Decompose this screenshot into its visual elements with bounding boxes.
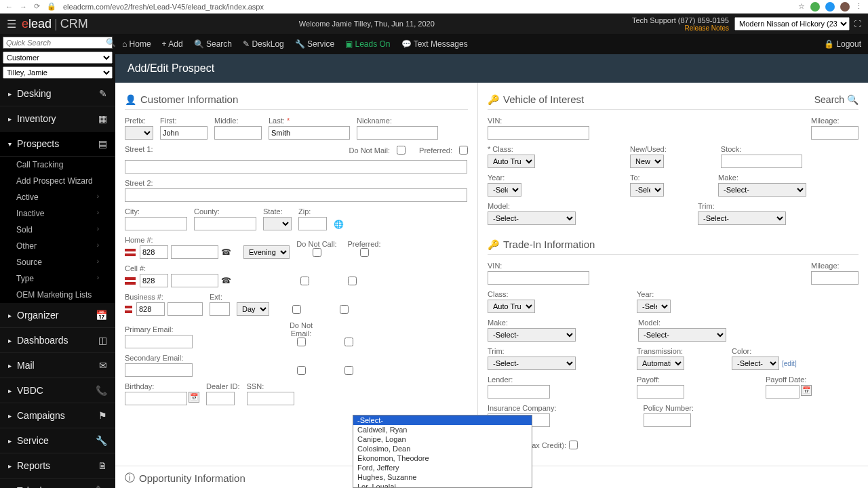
nav-prospects[interactable]: ▾Prospects▤ bbox=[0, 131, 115, 157]
payoff-input[interactable] bbox=[637, 385, 684, 399]
nav-desking[interactable]: ▸Desking✎ bbox=[0, 81, 115, 106]
menu-desklog[interactable]: ✎ DeskLog bbox=[243, 39, 284, 49]
pref-home[interactable] bbox=[360, 248, 369, 257]
policy-input[interactable] bbox=[644, 413, 691, 427]
pemail-input[interactable] bbox=[125, 335, 193, 348]
dd-opt[interactable]: Colosimo, Dean bbox=[353, 444, 532, 453]
edit-link[interactable]: [edit] bbox=[782, 360, 797, 367]
voi-vin[interactable] bbox=[488, 126, 589, 140]
nav-organizer[interactable]: ▸Organizer📅 bbox=[0, 303, 115, 328]
subnav-call-tracking[interactable]: Call Tracking bbox=[0, 157, 115, 173]
zip-input[interactable] bbox=[298, 217, 327, 230]
voi-newused[interactable]: New bbox=[630, 155, 664, 168]
hamburger-icon[interactable]: ☰ bbox=[7, 18, 16, 30]
calendar-icon[interactable]: 📅 bbox=[801, 385, 812, 396]
cell-num[interactable] bbox=[171, 274, 218, 287]
dd-opt[interactable]: Hughes, Suzanne bbox=[353, 472, 532, 482]
menu-home[interactable]: ⌂ Home bbox=[122, 39, 151, 49]
semail-input[interactable] bbox=[125, 363, 193, 377]
nav-dashboards[interactable]: ▸Dashboards◫ bbox=[0, 328, 115, 353]
home-num[interactable] bbox=[171, 245, 218, 259]
county-input[interactable] bbox=[194, 217, 256, 230]
dd-opt[interactable]: Lor, Loualai bbox=[353, 482, 532, 488]
lender-input[interactable] bbox=[488, 385, 550, 399]
city-input[interactable] bbox=[125, 217, 187, 230]
voi-class[interactable]: Auto Truck bbox=[488, 155, 535, 168]
leased-cb[interactable] bbox=[569, 441, 578, 449]
menu-add[interactable]: + Add bbox=[162, 39, 183, 49]
bday-input[interactable] bbox=[125, 392, 187, 405]
prefix-select[interactable] bbox=[125, 126, 153, 140]
pref-cell[interactable] bbox=[348, 277, 357, 285]
bus-area[interactable] bbox=[136, 302, 165, 316]
menu-service[interactable]: 🔧 Service bbox=[295, 39, 334, 49]
trade-class[interactable]: Auto Truck bbox=[488, 300, 535, 313]
trade-year[interactable]: -Select- bbox=[637, 300, 671, 313]
menu-leads[interactable]: ▣ Leads On bbox=[345, 39, 390, 49]
dnc-bus[interactable] bbox=[292, 305, 301, 314]
trade-trim[interactable]: -Select- bbox=[488, 357, 576, 370]
state-select[interactable] bbox=[263, 217, 292, 230]
dd-opt[interactable]: Ford, Jeffery bbox=[353, 463, 532, 472]
day-select[interactable]: Day bbox=[237, 302, 269, 316]
voi-search[interactable]: Search 🔍 bbox=[814, 94, 859, 105]
dne-s[interactable] bbox=[297, 366, 306, 375]
sidebar-customer-select[interactable]: Customer bbox=[3, 52, 113, 64]
more-icon[interactable]: ⋮ bbox=[855, 2, 863, 11]
phone-ico[interactable]: ☎ bbox=[221, 276, 231, 285]
subnav-inactive[interactable]: Inactive› bbox=[0, 205, 115, 222]
dealer-select[interactable]: Modern Nissan of Hickory (23116) bbox=[734, 17, 850, 30]
cell-area[interactable] bbox=[140, 274, 168, 287]
expand-icon[interactable]: ⛶ bbox=[854, 20, 861, 28]
star-icon[interactable]: ☆ bbox=[798, 2, 805, 11]
trade-color[interactable]: -Select- bbox=[732, 357, 779, 370]
nav-campaigns[interactable]: ▸Campaigns⚑ bbox=[0, 403, 115, 428]
dd-opt[interactable]: Ekonomon, Theodore bbox=[353, 453, 532, 463]
nick-input[interactable] bbox=[357, 126, 438, 140]
trade-vin[interactable] bbox=[488, 271, 589, 285]
forward-icon[interactable]: → bbox=[20, 3, 27, 11]
phone-ico[interactable]: ☎ bbox=[221, 247, 231, 257]
pref-pemail[interactable] bbox=[344, 338, 353, 346]
subnav-type[interactable]: Type› bbox=[0, 270, 115, 287]
salesperson-dropdown[interactable]: -Select- Caldwell, Ryan Canipe, Logan Co… bbox=[353, 415, 532, 488]
nav-service[interactable]: ▸Service🔧 bbox=[0, 428, 115, 453]
avatar[interactable] bbox=[840, 2, 850, 12]
pref-cb[interactable] bbox=[459, 146, 468, 155]
trade-model[interactable]: -Select- bbox=[638, 328, 726, 342]
dd-opt[interactable]: Caldwell, Ryan bbox=[353, 425, 532, 434]
voi-year[interactable]: -Select- bbox=[488, 183, 521, 197]
dne-p[interactable] bbox=[297, 338, 306, 346]
trade-trans[interactable]: Automatic bbox=[637, 357, 684, 370]
evening-select[interactable]: Evening bbox=[243, 245, 290, 259]
globe-icon[interactable]: 🌐 bbox=[334, 220, 344, 229]
menu-text[interactable]: 💬 Text Messages bbox=[401, 39, 468, 49]
menu-search[interactable]: 🔍 Search bbox=[194, 39, 232, 49]
dnc-home[interactable] bbox=[313, 248, 321, 257]
voi-mileage[interactable] bbox=[811, 126, 859, 140]
dealer-input[interactable] bbox=[206, 392, 235, 405]
nav-inventory[interactable]: ▸Inventory▦ bbox=[0, 106, 115, 131]
last-input[interactable] bbox=[269, 126, 350, 140]
subnav-oem[interactable]: OEM Marketing Lists bbox=[0, 287, 115, 303]
middle-input[interactable] bbox=[214, 126, 262, 140]
ext-icon-2[interactable] bbox=[825, 2, 835, 12]
dnc-cell[interactable] bbox=[300, 277, 309, 285]
subnav-source[interactable]: Source› bbox=[0, 254, 115, 270]
pref-bus[interactable] bbox=[340, 305, 349, 314]
trade-make[interactable]: -Select- bbox=[488, 328, 576, 342]
pdate-input[interactable] bbox=[766, 385, 800, 399]
calendar-icon[interactable]: 📅 bbox=[189, 392, 199, 403]
voi-to[interactable]: -Select- bbox=[630, 183, 664, 197]
voi-model[interactable]: -Select- bbox=[488, 211, 576, 225]
nav-telephony[interactable]: ▸Telephony📞 bbox=[0, 479, 115, 488]
menu-logout[interactable]: 🔒 Logout bbox=[824, 39, 861, 49]
ext-input[interactable] bbox=[210, 302, 230, 316]
release-notes[interactable]: Release Notes bbox=[632, 24, 729, 32]
voi-make[interactable]: -Select- bbox=[718, 183, 806, 197]
bus-num[interactable] bbox=[167, 302, 203, 316]
back-icon[interactable]: ← bbox=[5, 3, 13, 11]
voi-stock[interactable] bbox=[721, 155, 802, 168]
sidebar-person-select[interactable]: Tilley, Jamie bbox=[3, 66, 113, 79]
quick-search-input[interactable] bbox=[3, 37, 103, 48]
